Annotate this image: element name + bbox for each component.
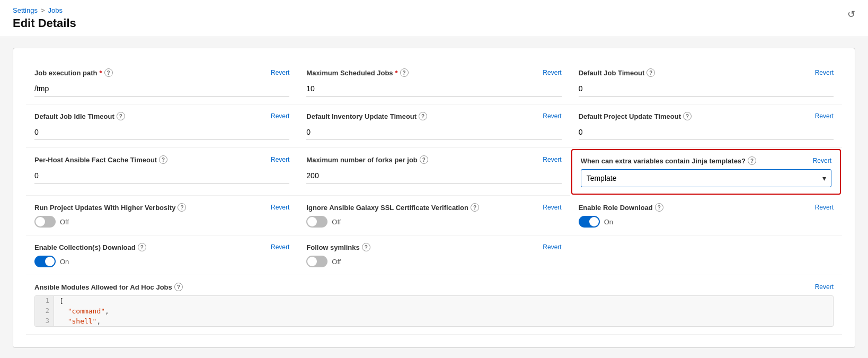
follow-symlinks-revert[interactable]: Revert [543, 243, 561, 251]
enable-collections-download-revert[interactable]: Revert [271, 243, 289, 251]
ignore-ansible-galaxy-ssl-state: Off [332, 218, 341, 226]
run-project-updates-revert[interactable]: Revert [271, 204, 289, 211]
enable-role-download-toggle[interactable] [579, 216, 600, 228]
max-scheduled-jobs-input[interactable] [306, 81, 561, 97]
breadcrumb-separator: > [41, 6, 45, 14]
field-job-execution-path: Job execution path * ? Revert [26, 61, 298, 104]
max-forks-per-job-input[interactable] [306, 168, 561, 184]
ansible-modules-label: Ansible Modules Allowed for Ad Hoc Jobs [34, 283, 172, 291]
default-project-update-timeout-input[interactable] [579, 125, 834, 140]
follow-symlinks-toggle[interactable] [306, 256, 327, 267]
follow-symlinks-help[interactable]: ? [362, 243, 370, 251]
enable-role-download-revert[interactable]: Revert [815, 204, 834, 211]
jinja-templates-help[interactable]: ? [748, 156, 756, 165]
run-project-updates-toggle-wrapper: Off [34, 216, 289, 228]
per-host-fact-cache-timeout-input[interactable] [34, 168, 289, 184]
jinja-templates-select[interactable]: Template Always Never [581, 169, 831, 187]
breadcrumb: Settings > Jobs [13, 6, 855, 14]
line-num-2: 2 [35, 306, 54, 316]
ignore-ansible-galaxy-ssl-revert[interactable]: Revert [543, 204, 561, 211]
run-project-updates-state: Off [60, 218, 69, 226]
history-icon[interactable]: ↺ [847, 8, 855, 20]
default-inventory-update-timeout-revert[interactable]: Revert [543, 112, 561, 120]
default-job-timeout-revert[interactable]: Revert [815, 69, 834, 76]
field-default-inventory-update-timeout: Default Inventory Update Timeout ? Rever… [298, 104, 570, 148]
field-max-forks-per-job: Maximum number of forks per job ? Revert [298, 148, 570, 196]
jinja-templates-select-wrapper: Template Always Never [581, 169, 831, 187]
field-ignore-ansible-galaxy-ssl: Ignore Ansible Galaxy SSL Certificate Ve… [298, 196, 570, 235]
breadcrumb-settings[interactable]: Settings [13, 6, 38, 14]
job-execution-path-help[interactable]: ? [104, 68, 113, 77]
field-per-host-fact-cache-timeout: Per-Host Ansible Fact Cache Timeout ? Re… [26, 148, 298, 196]
max-forks-per-job-revert[interactable]: Revert [543, 156, 561, 163]
run-project-updates-label: Run Project Updates With Higher Verbosit… [34, 204, 175, 212]
default-job-idle-timeout-revert[interactable]: Revert [271, 112, 289, 120]
line-content-1: [ [54, 296, 69, 306]
ansible-modules-code[interactable]: 1 [ 2 "command", 3 "shell", [34, 295, 834, 327]
job-execution-path-revert[interactable]: Revert [271, 69, 289, 76]
enable-collections-download-label: Enable Collection(s) Download [34, 243, 136, 251]
max-scheduled-jobs-revert[interactable]: Revert [543, 69, 561, 76]
enable-collections-download-toggle-wrapper: On [34, 256, 289, 267]
default-inventory-update-timeout-input[interactable] [306, 125, 561, 140]
code-line-1: 1 [ [35, 296, 833, 306]
enable-role-download-help[interactable]: ? [655, 203, 663, 212]
default-job-idle-timeout-label: Default Job Idle Timeout [34, 112, 114, 120]
per-host-fact-cache-timeout-revert[interactable]: Revert [271, 156, 289, 163]
run-project-updates-help[interactable]: ? [178, 203, 186, 212]
page-title: Edit Details [13, 16, 855, 30]
field-enable-collections-download: Enable Collection(s) Download ? Revert O… [26, 235, 298, 275]
max-scheduled-jobs-label: Maximum Scheduled Jobs [306, 69, 393, 77]
default-inventory-update-timeout-help[interactable]: ? [419, 112, 427, 120]
enable-role-download-toggle-wrapper: On [579, 216, 834, 228]
default-job-idle-timeout-help[interactable]: ? [117, 112, 125, 120]
line-num-3: 3 [35, 316, 54, 326]
per-host-fact-cache-timeout-help[interactable]: ? [159, 155, 167, 164]
field-ansible-modules: Ansible Modules Allowed for Ad Hoc Jobs … [26, 275, 842, 335]
field-default-project-update-timeout: Default Project Update Timeout ? Revert [570, 104, 842, 148]
field-max-scheduled-jobs: Maximum Scheduled Jobs * ? Revert [298, 61, 570, 104]
default-project-update-timeout-revert[interactable]: Revert [815, 112, 834, 120]
required-marker: * [99, 69, 102, 77]
default-job-timeout-label: Default Job Timeout [579, 69, 645, 77]
default-project-update-timeout-label: Default Project Update Timeout [579, 112, 681, 120]
line-num-1: 1 [35, 296, 54, 306]
ansible-modules-revert[interactable]: Revert [815, 283, 834, 291]
ignore-ansible-galaxy-ssl-help[interactable]: ? [471, 203, 479, 212]
jinja-templates-label: When can extra variables contain Jinja t… [581, 157, 746, 165]
field-jinja-templates: When can extra variables contain Jinja t… [571, 149, 841, 195]
ignore-ansible-galaxy-ssl-toggle-wrapper: Off [306, 216, 561, 228]
ignore-ansible-galaxy-ssl-label: Ignore Ansible Galaxy SSL Certificate Ve… [306, 204, 468, 212]
max-forks-per-job-help[interactable]: ? [420, 155, 428, 164]
field-enable-role-download: Enable Role Download ? Revert On [570, 196, 842, 235]
run-project-updates-toggle[interactable] [34, 216, 56, 228]
default-job-timeout-help[interactable]: ? [646, 68, 655, 77]
max-forks-per-job-label: Maximum number of forks per job [306, 156, 417, 164]
code-line-2: 2 "command", [35, 306, 833, 316]
required-marker2: * [395, 69, 398, 77]
enable-role-download-label: Enable Role Download [579, 204, 653, 212]
field-default-job-idle-timeout: Default Job Idle Timeout ? Revert [26, 104, 298, 148]
default-inventory-update-timeout-label: Default Inventory Update Timeout [306, 112, 417, 120]
enable-collections-download-state: On [60, 258, 69, 266]
default-job-timeout-input[interactable] [579, 81, 834, 97]
enable-collections-download-toggle[interactable] [34, 256, 56, 267]
follow-symlinks-state: Off [332, 258, 341, 266]
field-follow-symlinks: Follow symlinks ? Revert Off [298, 235, 570, 275]
line-content-2: "command", [54, 306, 114, 316]
max-scheduled-jobs-help[interactable]: ? [400, 68, 409, 77]
follow-symlinks-label: Follow symlinks [306, 243, 359, 251]
jinja-templates-revert[interactable]: Revert [813, 157, 831, 164]
breadcrumb-jobs[interactable]: Jobs [48, 6, 63, 14]
ignore-ansible-galaxy-ssl-toggle[interactable] [306, 216, 327, 228]
default-project-update-timeout-help[interactable]: ? [683, 112, 692, 120]
ansible-modules-help[interactable]: ? [174, 283, 183, 291]
enable-collections-download-help[interactable]: ? [138, 243, 146, 251]
default-job-idle-timeout-input[interactable] [34, 125, 289, 140]
field-empty-3 [570, 235, 842, 275]
follow-symlinks-toggle-wrapper: Off [306, 256, 561, 267]
code-line-3: 3 "shell", [35, 316, 833, 326]
job-execution-path-label: Job execution path [34, 69, 97, 77]
per-host-fact-cache-timeout-label: Per-Host Ansible Fact Cache Timeout [34, 156, 157, 164]
job-execution-path-input[interactable] [34, 81, 289, 97]
